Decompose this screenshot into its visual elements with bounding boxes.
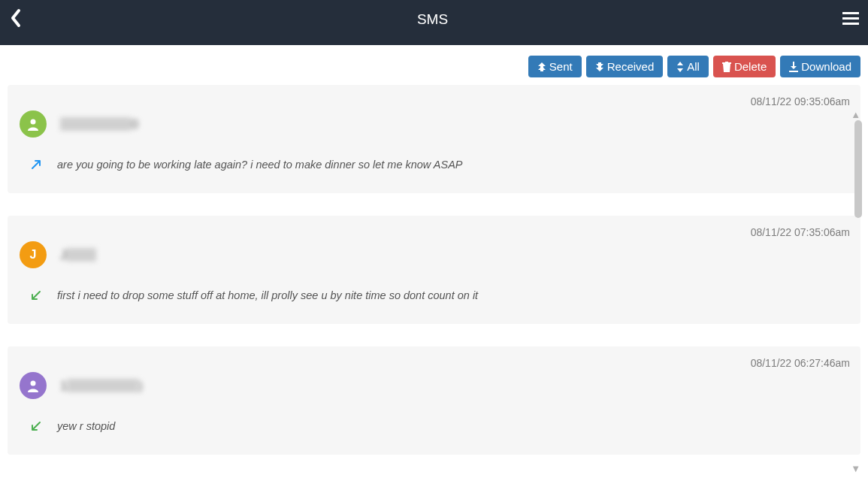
incoming-arrow-icon (30, 420, 42, 432)
outgoing-arrow-icon (30, 159, 42, 171)
message-body: yew r stopid (57, 420, 115, 432)
message-body: first i need to drop some stuff off at h… (57, 289, 478, 301)
avatar: J (20, 241, 47, 268)
sent-button[interactable]: Sent (528, 56, 582, 77)
delete-label: Delete (734, 60, 767, 73)
avatar-letter: J (30, 248, 37, 262)
scroll-up-button[interactable]: ▲ (851, 109, 860, 120)
scroll-down-button[interactable]: ▼ (851, 463, 860, 474)
sent-label: Sent (549, 60, 573, 73)
incoming-arrow-icon (30, 289, 42, 301)
svg-rect-2 (842, 23, 859, 25)
trash-icon (722, 62, 731, 72)
svg-point-4 (31, 381, 36, 386)
top-bar: SMS (0, 0, 868, 45)
svg-rect-0 (842, 12, 859, 14)
message-list: 08/11/22 09:35:06am 0 are you going to b… (0, 77, 868, 455)
received-label: Received (607, 60, 655, 73)
page-title: SMS (417, 11, 448, 28)
message-body: are you going to be working late again? … (57, 159, 463, 171)
hamburger-icon (842, 11, 859, 26)
menu-button[interactable] (842, 11, 859, 29)
filter-bar: Sent Received All Delete Download (0, 45, 868, 77)
download-button[interactable]: Download (780, 56, 860, 77)
sender-name: J (60, 247, 96, 263)
message-card[interactable]: 08/11/22 06:27:46am 1) yew r stopid (8, 346, 860, 455)
avatar (20, 372, 47, 399)
download-icon (789, 62, 798, 72)
sender-name: 0 (60, 116, 138, 132)
all-label: All (687, 60, 700, 73)
message-timestamp: 08/11/22 07:35:06am (751, 226, 850, 238)
scrollbar-thumb[interactable] (854, 120, 862, 218)
received-icon (595, 62, 604, 71)
back-button[interactable] (9, 8, 23, 32)
delete-button[interactable]: Delete (713, 56, 776, 77)
avatar (20, 110, 47, 138)
received-button[interactable]: Received (586, 56, 664, 77)
sort-icon (676, 62, 684, 72)
message-timestamp: 08/11/22 06:27:46am (751, 357, 850, 369)
svg-rect-1 (842, 17, 859, 20)
message-card[interactable]: 08/11/22 07:35:06am J J first i need to … (8, 216, 860, 324)
person-icon (26, 117, 40, 131)
sender-name: 1) (60, 377, 143, 394)
download-label: Download (801, 60, 851, 73)
person-icon (26, 379, 40, 392)
message-timestamp: 08/11/22 09:35:06am (751, 95, 850, 107)
svg-point-3 (31, 119, 36, 125)
sent-icon (537, 62, 546, 71)
chevron-left-icon (9, 8, 23, 29)
message-card[interactable]: 08/11/22 09:35:06am 0 are you going to b… (8, 85, 860, 193)
all-button[interactable]: All (667, 56, 709, 77)
